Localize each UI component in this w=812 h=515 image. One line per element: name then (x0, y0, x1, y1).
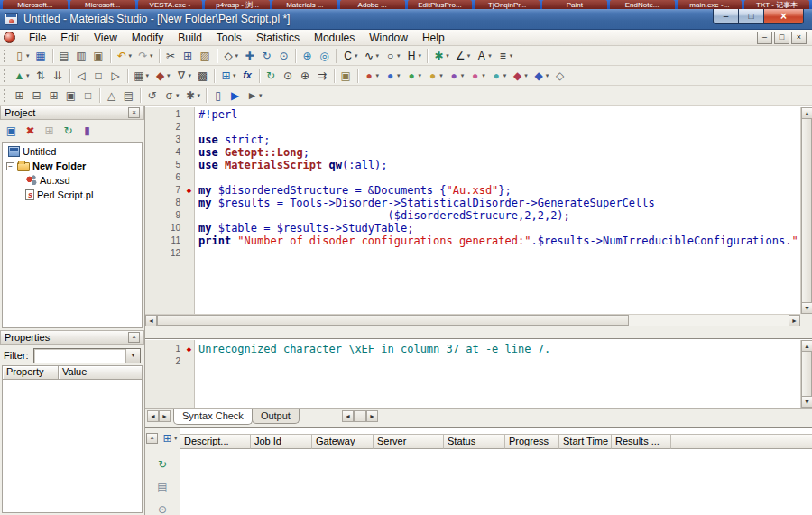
refresh-jobs-button[interactable]: ↻ (156, 457, 170, 472)
mdi-close-button[interactable]: × (791, 32, 807, 44)
loop-playback-button[interactable]: ↺ (143, 87, 161, 104)
taskbar-item-main-exe[interactable]: main.exe -... (678, 0, 743, 9)
table-add-row-button[interactable]: ⊟ (28, 87, 45, 104)
code-line-6[interactable]: 6 (145, 171, 800, 184)
table-columns-button[interactable]: ⊞ (45, 87, 62, 104)
code-line-2[interactable]: 2 (145, 121, 800, 133)
taskbar-item-txt[interactable]: TXT - 记事本 (744, 0, 809, 9)
find-button[interactable]: ⊙ (280, 67, 297, 84)
cut-button[interactable]: ✂ (162, 47, 180, 64)
toolbar-grip[interactable] (4, 69, 6, 82)
jobs-column-gateway[interactable]: Gateway (312, 434, 374, 449)
scroll-left-icon[interactable]: ◄ (342, 410, 354, 422)
editor-output-splitter[interactable] (145, 326, 812, 338)
job-server-button[interactable]: ▤ (156, 480, 170, 494)
statistics-sigma-button[interactable]: σ▾ (161, 87, 182, 104)
delete-item-button[interactable]: ✖ (22, 123, 39, 140)
refresh-data-button[interactable]: ↻ (263, 67, 280, 84)
output-vscroll-thumb[interactable] (801, 352, 812, 396)
scroll-right-icon[interactable]: ► (366, 410, 378, 422)
copy-image-button[interactable]: ▣ (90, 47, 107, 64)
tree-item-untitled[interactable]: Untitled (3, 144, 142, 159)
taskbar-item-editpluspro[interactable]: EditPlusPro... (408, 0, 473, 9)
redo-button[interactable]: ↷▾ (134, 47, 156, 64)
sketch-ring-button[interactable]: ○▾ (382, 47, 403, 64)
new-document-button[interactable]: ▯▾ (11, 47, 32, 64)
module-dropdown-6-button[interactable]: ●▾ (466, 67, 488, 84)
module-dropdown-2-button[interactable]: ●▾ (382, 67, 403, 84)
syntax-lines[interactable]: 1◆Unrecognized character \xEF in column … (145, 343, 800, 408)
code-line-8[interactable]: 8my $results = Tools->Disorder->Statisti… (145, 197, 800, 209)
mdi-minimize-button[interactable]: – (757, 32, 772, 44)
taskbar-item-materials[interactable]: Materials ... (272, 0, 337, 9)
taskbar-item-endnote[interactable]: EndNote... (610, 0, 675, 9)
jobs-column-progress[interactable]: Progress (505, 434, 559, 449)
editor-vscroll-thumb[interactable] (801, 119, 812, 302)
measure-button[interactable]: ∠▾ (452, 47, 474, 64)
taskbar-item-microsoft[interactable]: Microsoft... (70, 0, 135, 9)
code-line-2[interactable]: 2 (145, 355, 800, 368)
tree-item-perl-script-pl[interactable]: Perl Script.pl (3, 188, 142, 202)
menu-edit[interactable]: Edit (53, 31, 87, 45)
tab-output[interactable]: Output (252, 409, 300, 424)
menu-modify[interactable]: Modify (125, 31, 171, 45)
menu-modules[interactable]: Modules (307, 31, 362, 45)
taskbar-item-tjonqinpr[interactable]: TjOnqinPr... (475, 0, 540, 9)
job-results-button[interactable]: ⊙ (156, 502, 170, 515)
sheet-options-button[interactable]: ▤ (120, 87, 137, 104)
code-line-1[interactable]: 1#!perl (145, 108, 800, 121)
new-chart-button[interactable]: ◆▾ (152, 67, 173, 84)
project-library-button[interactable]: ▮ (78, 123, 96, 140)
editor-lines[interactable]: 1#!perl23use strict;4use Getopt::Long;5u… (145, 108, 800, 314)
display-style-button[interactable]: ≡▾ (494, 47, 516, 64)
study-table-chart-button[interactable]: ▲▾ (11, 67, 32, 84)
menu-file[interactable]: File (22, 31, 53, 45)
selection-mode-button[interactable]: ◇▾ (220, 47, 242, 64)
column-display-button[interactable]: ▩ (194, 67, 211, 84)
chart-options-button[interactable]: △ (103, 87, 120, 104)
scroll-up-icon[interactable]: ▲ (801, 107, 812, 119)
stop-animation-button[interactable]: □ (90, 67, 107, 84)
combo-dropdown-icon[interactable]: ▼ (125, 349, 140, 363)
code-line-12[interactable]: 12 (145, 247, 800, 260)
mdi-restore-button[interactable]: □ (774, 32, 789, 44)
titlebar[interactable]: Untitled - Materials Studio - [New Folde… (0, 9, 812, 30)
table-view-button[interactable]: ⊞ (11, 87, 28, 104)
output-hscrollbar[interactable]: ◄ ► (342, 410, 378, 422)
sketch-atom-button[interactable]: C▾ (339, 47, 361, 64)
jobs-column-status[interactable]: Status (444, 434, 505, 449)
menu-build[interactable]: Build (171, 31, 209, 45)
jobs-close-button[interactable]: × (146, 433, 158, 444)
clean-structure-button[interactable]: ✱▾ (430, 47, 452, 64)
module-dropdown-8-button[interactable]: ◆▾ (509, 67, 531, 84)
run-script-button[interactable]: ▶ (226, 87, 244, 104)
project-close-button[interactable]: × (128, 107, 140, 118)
module-dropdown-5-button[interactable]: ●▾ (446, 67, 467, 84)
taskbar-item-microsoft[interactable]: Microsoft... (3, 0, 68, 9)
code-line-4[interactable]: 4use Getopt::Long; (145, 146, 800, 159)
menu-statistics[interactable]: Statistics (249, 31, 307, 45)
code-line-7[interactable]: 7◆my $disorderedStructure = &Documents {… (145, 184, 800, 197)
code-line-11[interactable]: 11print "Number of disoder configuration… (145, 235, 800, 247)
previous-frame-button[interactable]: ◁ (73, 67, 90, 84)
insert-function-button[interactable]: fx (239, 67, 256, 84)
code-line-1[interactable]: 1◆Unrecognized character \xEF in column … (145, 343, 800, 355)
taskbar-item-paint[interactable]: Paint (542, 0, 607, 9)
fit-view-button[interactable]: ◎ (316, 47, 333, 64)
sort-descending-button[interactable]: ⇊ (50, 67, 67, 84)
scroll-down-icon[interactable]: ▼ (801, 396, 812, 408)
recenter-button[interactable]: ⊕ (299, 47, 316, 64)
module-dropdown-4-button[interactable]: ●▾ (424, 67, 446, 84)
editor-vscrollbar[interactable]: ▲ ▼ (800, 107, 812, 314)
toolbar-grip[interactable] (4, 89, 6, 102)
module-dropdown-7-button[interactable]: ●▾ (488, 67, 510, 84)
taskbar-item-adobe[interactable]: Adobe ... (340, 0, 405, 9)
label-atoms-button[interactable]: A▾ (473, 47, 494, 64)
jobs-column-start-time[interactable]: Start Time (559, 434, 612, 449)
maximize-button[interactable]: □ (739, 9, 763, 24)
output-vscrollbar[interactable]: ▲ ▼ (800, 340, 812, 408)
copy-button[interactable]: ⊞ (180, 47, 197, 64)
editor-hscroll-track[interactable] (629, 315, 789, 326)
code-line-10[interactable]: 10my $table = $results->StudyTable; (145, 222, 800, 235)
jobs-column-descript[interactable]: Descript... (180, 434, 251, 449)
